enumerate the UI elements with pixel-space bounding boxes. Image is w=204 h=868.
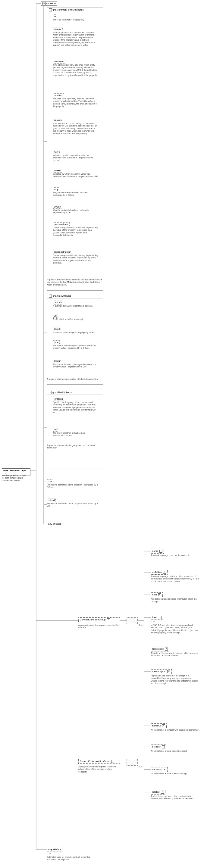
attr-dir: dir xyxy=(53,428,58,432)
elem-note-desc: Additional natural language information … xyxy=(151,598,199,603)
expand-icon: + xyxy=(159,550,163,553)
elem-label: definition xyxy=(152,571,162,574)
elem-sameas: sameAs + xyxy=(151,723,167,728)
concept-def-desc: A group of properties required to define… xyxy=(78,624,119,629)
concept-def-label: ConceptDefinitionGroup xyxy=(80,618,106,621)
attr-how: how xyxy=(53,150,60,154)
group-i18n-label: − grp. i18nAttributes xyxy=(47,390,103,395)
elem-hierarchyinfo: hierarchyInfo + xyxy=(151,669,172,674)
elem-facet: facet + xyxy=(151,615,163,620)
expand-icon: + xyxy=(158,593,161,596)
attr-creator: creator xyxy=(53,27,63,31)
attr-qcode-desc: A qualified code which identifies a conc… xyxy=(53,305,98,307)
elem-note: note + xyxy=(151,592,163,597)
any-other-bottom-desc: Extension point for provider-defined pro… xyxy=(47,856,92,861)
elem-label: note xyxy=(152,593,157,596)
elem-label: name xyxy=(152,550,158,552)
elem-name: name + xyxy=(151,549,164,554)
collapse-icon: − xyxy=(49,294,52,298)
elem-label: hierarchyInfo xyxy=(152,670,166,673)
canvas: Flex1RolePropType − Flexible generic PCL… xyxy=(0,0,204,868)
group-label: grp. commonPowerAttributes xyxy=(52,8,84,11)
attr-role-desc: Refines the semantics of the property - … xyxy=(47,484,98,489)
concept-def-group-box: ConceptDefinitionGroup − xyxy=(78,617,120,622)
attr-custom-desc: If set to true the corresponding propert… xyxy=(53,122,98,135)
attr-whyuri: whyuri xyxy=(53,205,62,209)
attr-how-desc: Indicates by which means the value was e… xyxy=(53,154,98,162)
attr-whyuri-desc: Why the metadata has been included - exp… xyxy=(53,209,98,214)
any-other-attr: any ##other xyxy=(47,522,62,526)
elem-label: remoteInfo xyxy=(152,648,164,650)
elem-broader-desc: An identifier of a more generic concept. xyxy=(151,750,199,752)
attr-why-desc: Why the metadata has been included - exp… xyxy=(53,191,98,197)
elem-label: related xyxy=(152,790,159,793)
expand-icon: + xyxy=(163,768,166,771)
expand-icon: + xyxy=(161,790,164,794)
elem-label: narrower xyxy=(152,768,162,771)
seq-icon xyxy=(126,759,138,766)
elem-hierarchyinfo-desc: Represents the position of a concept in … xyxy=(151,675,199,685)
attr-xmllang: xml:lang xyxy=(53,397,64,401)
concept-rel-desc: A group of properties required to indica… xyxy=(78,766,119,773)
attr-pubconstrainturi: pubconstrainturi xyxy=(53,250,72,254)
attr-pubconstraint-desc: One or many constraints that apply to pu… xyxy=(53,226,98,237)
attr-type: type xyxy=(53,340,60,344)
elem-name-desc: A natural language name for the concept. xyxy=(151,554,199,557)
elem-sameas-desc: An identifier of a concept with equivale… xyxy=(151,729,199,731)
attr-modified: modified xyxy=(53,93,64,97)
attr-roleuri: roleuri xyxy=(47,498,56,502)
elem-narrower-desc: An identifier of a more specific concept… xyxy=(151,773,199,775)
group-label: grp. flexAttributes xyxy=(52,294,71,297)
collapse-icon: − xyxy=(49,391,52,394)
elem-definition-desc: A natural language definition of the sem… xyxy=(151,575,199,583)
attr-id: id xyxy=(53,14,57,19)
attr-uri: uri xyxy=(53,314,58,318)
root-type-name: Flex1RolePropType xyxy=(3,469,26,472)
collapse-icon: − xyxy=(49,8,52,11)
attr-pubconstrainturi-desc: One or many constraints that apply to pu… xyxy=(53,254,98,265)
root-desc: Flexible generic PCL-type for both contr… xyxy=(2,474,29,482)
elem-broader: broader + xyxy=(151,745,166,749)
expand-icon: + xyxy=(165,648,168,651)
group-i18n-footer: A group of attributes for language and s… xyxy=(47,444,103,450)
concept-def-occ: 0..∞ xyxy=(139,624,143,626)
attributes-label: attributes xyxy=(46,2,56,5)
attr-uri-desc: A URI which identifies a concept. xyxy=(53,318,98,320)
concept-rel-label: ConceptRelationshipsGroup xyxy=(80,760,110,763)
expand-icon: + xyxy=(167,670,170,673)
collapse-icon: − xyxy=(42,2,46,5)
attr-literal-desc: A free-text value assigned as property v… xyxy=(53,331,98,334)
group-commonpower-label: − grp. commonPowerAttributes xyxy=(47,8,103,12)
elem-remoteinfo: remoteInfo + xyxy=(151,647,169,651)
group-commonpower: − grp. commonPowerAttributes xyxy=(47,7,103,291)
elem-label: broader xyxy=(152,745,161,748)
expand-icon: + xyxy=(163,571,166,574)
group-commonpower-footer: A group of attributes for all elements o… xyxy=(47,279,103,286)
attr-typeuri-desc: The type of the concept assigned as cont… xyxy=(53,363,98,368)
collapse-icon: − xyxy=(107,618,110,621)
expand-icon: + xyxy=(159,616,162,619)
group-flexattrs-footer: A group of attributes associated with fl… xyxy=(47,378,103,380)
attr-howuri: howuri xyxy=(53,169,62,173)
attr-creatoruri: creatoruri xyxy=(53,60,65,64)
expand-icon: + xyxy=(162,745,165,748)
attr-creator-desc: If the property value is not defined, sp… xyxy=(53,31,98,46)
attr-qcode: qcode xyxy=(53,301,62,305)
elem-related: related + xyxy=(151,790,166,795)
seq-icon xyxy=(126,617,138,624)
elem-remoteinfo-desc: A link to an item or a web resource whic… xyxy=(151,652,199,657)
any-other-bottom: any ##other xyxy=(47,847,62,851)
attr-literal: literal xyxy=(53,327,61,331)
attr-why: why xyxy=(53,187,59,191)
concept-rel-group-box: ConceptRelationshipsGroup − xyxy=(78,759,120,764)
attr-creatoruri-desc: If the attribute is empty, specifies whi… xyxy=(53,64,98,76)
attributes-header: − attributes xyxy=(41,1,57,6)
elem-narrower: narrower + xyxy=(151,767,168,772)
attr-pubconstraint: pubconstraint xyxy=(53,222,69,226)
attr-modified-desc: The date (and, optionally, the time) whe… xyxy=(53,98,98,108)
elem-label: facet xyxy=(152,616,157,619)
attr-roleuri-desc: Refines the semantics of the property - … xyxy=(47,502,98,507)
elem-definition: definition + xyxy=(151,570,168,575)
concept-rel-occ: 0..∞ xyxy=(139,766,143,768)
group-label: grp. i18nAttributes xyxy=(52,391,72,394)
